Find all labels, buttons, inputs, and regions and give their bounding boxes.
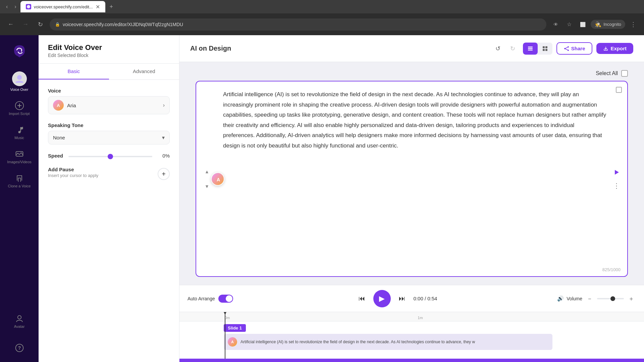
sidebar-item-clone-voice[interactable]: Clone a Voice (3, 169, 35, 192)
close-tab-button[interactable]: ✕ (96, 4, 100, 10)
select-all-row: Select All (196, 70, 628, 77)
skip-forward-button[interactable]: ⏭ (396, 293, 408, 305)
back-button[interactable]: ← (5, 19, 16, 30)
text-controls-right: ⋮ (611, 167, 622, 191)
move-down-button[interactable]: ▼ (202, 181, 212, 192)
skip-back-button[interactable]: ⏮ (356, 293, 368, 305)
svg-line-20 (565, 47, 568, 49)
content-area: Select All ▲ ▼ A Artificial intelligence… (179, 62, 644, 285)
svg-rect-10 (528, 47, 533, 48)
images-videos-icon (15, 149, 24, 159)
export-label: Export (610, 46, 627, 51)
cast-icon[interactable]: ⬜ (577, 19, 588, 30)
tab-advanced[interactable]: Advanced (109, 64, 179, 79)
panel-content: Voice A Aria › Speaking Tone None ▾ Spee… (39, 80, 179, 362)
speed-slider-container (68, 153, 152, 159)
play-button[interactable]: ▶ (373, 290, 391, 307)
time-display: 0:00 / 0:54 (414, 296, 437, 301)
speed-label: Speed (48, 153, 63, 159)
main-content: AI on Design ↺ ↻ Share (179, 35, 644, 362)
speed-value: 0% (158, 153, 170, 159)
address-bar[interactable]: 🔒 voiceover.speechify.com/editor/XIJlDNq… (50, 18, 546, 31)
tab-back-arrow[interactable]: ‹ (3, 2, 10, 11)
select-all-checkbox[interactable] (621, 70, 628, 77)
volume-section: 🔊 Volume － ＋ (557, 294, 636, 303)
music-icon (15, 125, 24, 134)
clone-voice-icon (15, 173, 24, 183)
sidebar-item-help[interactable]: ? (3, 339, 35, 357)
timeline-content: Slide 1 A Artificial intelligence (AI) i… (179, 321, 644, 353)
project-title: AI on Design (190, 45, 231, 52)
move-up-button[interactable]: ▲ (202, 166, 212, 177)
auto-arrange: Auto Arrange (187, 295, 233, 303)
undo-button[interactable]: ↺ (492, 43, 504, 55)
browser-chrome: ‹ › voiceover.speechify.com/edit... ✕ + … (0, 0, 644, 35)
auto-arrange-toggle[interactable] (218, 295, 233, 303)
sidebar-item-clone-voice-label: Clone a Voice (8, 184, 31, 188)
zoom-in-button[interactable]: ＋ (627, 294, 636, 303)
active-tab[interactable]: voiceover.speechify.com/edit... ✕ (20, 1, 105, 12)
tab-forward-arrow[interactable]: › (12, 2, 19, 11)
share-button[interactable]: Share (556, 42, 593, 55)
new-tab-button[interactable]: + (107, 2, 116, 11)
view-btn-list[interactable] (523, 43, 538, 55)
bookmark-icon[interactable]: ☆ (564, 19, 575, 30)
import-script-icon (15, 101, 24, 110)
export-button[interactable]: Export (596, 43, 633, 54)
sidebar-item-images-videos[interactable]: Images/Videos (3, 145, 35, 168)
tone-selector[interactable]: None ▾ (48, 131, 170, 144)
text-content[interactable]: Artificial intelligence (AI) is set to r… (223, 89, 607, 151)
volume-label: Volume (567, 296, 582, 301)
voice-name: Aria (67, 103, 160, 108)
svg-point-7 (17, 315, 21, 319)
view-buttons (523, 43, 552, 55)
panel-title: Edit Voice Over (48, 43, 170, 52)
voice-selector[interactable]: A Aria › (48, 96, 170, 114)
sidebar-item-music[interactable]: Music (3, 121, 35, 144)
view-btn-grid[interactable] (538, 43, 552, 55)
more-options-button[interactable]: ⋮ (611, 180, 622, 191)
svg-point-0 (27, 5, 30, 8)
add-pause-row: Add Pause Insert your cursor to apply + (48, 167, 170, 180)
speed-slider[interactable] (68, 156, 152, 157)
track-avatar-circle: A (228, 337, 237, 347)
add-pause-button[interactable]: + (158, 168, 170, 180)
help-icon: ? (15, 343, 24, 353)
sidebar-item-voice-over[interactable]: Voice Over (3, 67, 35, 96)
toggle-thumb (226, 295, 232, 302)
sidebar-item-voice-over-label: Voice Over (10, 87, 29, 92)
block-checkbox[interactable] (616, 87, 622, 93)
volume-slider[interactable] (597, 298, 624, 299)
panel-tabs: Basic Advanced (39, 64, 179, 80)
timeline: 0m 1m Slide 1 A Artificial intelligence … (179, 312, 644, 359)
block-avatar: A (212, 173, 224, 186)
lock-icon: 🔒 (55, 22, 60, 27)
zoom-out-button: － (585, 294, 594, 303)
tab-basic[interactable]: Basic (39, 64, 109, 79)
sidebar: Voice Over Import Script Music (0, 35, 39, 362)
timeline-playhead (225, 312, 225, 359)
incognito-badge: 🕵 Incognito (591, 20, 625, 29)
speaking-tone-label: Speaking Tone (48, 122, 170, 128)
zoom-out-button[interactable]: － (585, 294, 594, 303)
panel-subtitle: Edit Selected Block (48, 53, 170, 58)
svg-rect-12 (528, 50, 533, 51)
forward-button[interactable]: → (20, 19, 31, 30)
sidebar-item-import-script[interactable]: Import Script (3, 97, 35, 120)
svg-rect-16 (545, 49, 547, 51)
redo-button[interactable]: ↻ (507, 43, 519, 55)
char-count: 825/1000 (602, 267, 621, 272)
nav-actions: 👁 ☆ ⬜ 🕵 Incognito ⋮ (550, 19, 639, 30)
reload-button[interactable]: ↻ (35, 19, 46, 30)
track-avatar: A (228, 337, 237, 347)
menu-button[interactable]: ⋮ (628, 19, 639, 30)
add-pause-desc: Insert your cursor to apply (48, 173, 98, 178)
timeline-track[interactable]: A Artificial intelligence (AI) is set to… (224, 334, 552, 350)
extension-icon[interactable]: 👁 (550, 19, 561, 30)
voice-chevron-icon: › (163, 102, 165, 108)
aria-avatar: A (53, 100, 64, 111)
sidebar-item-avatar[interactable]: Avatar (3, 310, 35, 333)
add-pause-title: Add Pause (48, 167, 98, 172)
play-block-button[interactable] (611, 167, 622, 178)
text-block: ▲ ▼ A Artificial intelligence (AI) is se… (196, 81, 628, 277)
